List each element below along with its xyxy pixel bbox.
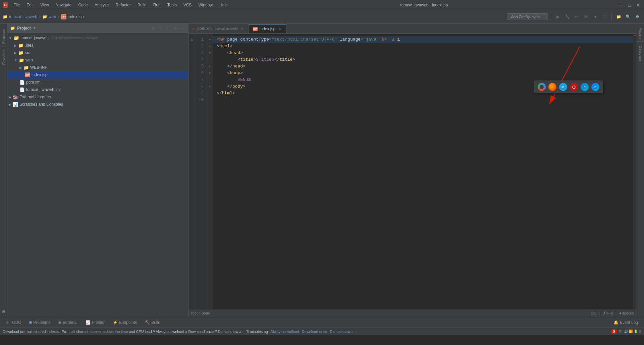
breadcrumb-file[interactable]: index.jsp bbox=[68, 14, 84, 19]
breadcrumb-web[interactable]: web bbox=[49, 14, 56, 19]
tree-item-idea[interactable]: ▶ 📁 .idea bbox=[7, 42, 188, 49]
editor-status-bar: root > page 1:1 | UTF-8 | 4 spaces bbox=[189, 309, 637, 317]
structure-tab[interactable]: Structure bbox=[0, 26, 7, 47]
terminal-tab[interactable]: ⊞ Terminal bbox=[55, 319, 81, 326]
breadcrumb-project[interactable]: tomcat-javaweb bbox=[9, 14, 37, 19]
menu-view[interactable]: View bbox=[38, 2, 52, 8]
profiler-tab[interactable]: 📈 Profiler bbox=[82, 319, 108, 326]
favorites-tab[interactable]: Favorites bbox=[0, 47, 7, 67]
tab-index-jsp[interactable]: JSP index.jsp ✕ bbox=[249, 24, 286, 33]
menu-tools[interactable]: Tools bbox=[165, 2, 179, 8]
tree-label-scratches: Scratches and Consoles bbox=[19, 102, 63, 107]
indent-indicator: 4 spaces bbox=[619, 311, 634, 315]
run-button[interactable]: ▶ bbox=[554, 13, 562, 21]
problems-tab[interactable]: Problems bbox=[26, 319, 54, 326]
tree-label-iml: tomcat-javaweb.iml bbox=[26, 87, 61, 92]
line-no-7: 7 bbox=[195, 77, 206, 83]
toolbar-sep bbox=[551, 13, 551, 20]
project-dropdown-icon[interactable]: ▼ bbox=[33, 26, 36, 30]
menu-window[interactable]: Window bbox=[196, 2, 215, 8]
chevron-down-icon-web: ▼ bbox=[14, 58, 17, 62]
fold-1[interactable]: ▼ bbox=[207, 36, 212, 43]
menu-vcs[interactable]: VCS bbox=[181, 2, 195, 8]
project-view-button[interactable]: 📁 bbox=[614, 13, 623, 21]
notification-dismiss[interactable]: Do not show a... bbox=[330, 330, 357, 334]
menu-file[interactable]: File bbox=[11, 2, 22, 8]
tree-label-idea: .idea bbox=[25, 43, 34, 48]
menu-analyze[interactable]: Analyze bbox=[92, 2, 112, 8]
database-panel-tab[interactable]: Database bbox=[637, 43, 644, 64]
tree-item-root[interactable]: ▼ 📁 tomcat-javaweb C:\Users\cfx\tomcat-j… bbox=[7, 34, 188, 42]
event-log-tab[interactable]: 🔔 Event Log bbox=[610, 319, 641, 326]
tree-item-src[interactable]: ▶ 📁 src bbox=[7, 49, 188, 56]
menu-code[interactable]: Code bbox=[75, 2, 91, 8]
code-line-4[interactable]: <title>$Title$</title> bbox=[213, 56, 633, 63]
notification-always-download[interactable]: Always download bbox=[271, 330, 299, 334]
maven-panel-tab[interactable]: Maven bbox=[637, 25, 644, 42]
tree-item-iml[interactable]: 📄 tomcat-javaweb.iml bbox=[7, 86, 188, 93]
chevron-down-icon: ▼ bbox=[9, 36, 12, 40]
close-button[interactable]: ✕ bbox=[635, 2, 641, 8]
tree-item-index-jsp[interactable]: JSP index.jsp bbox=[7, 71, 188, 79]
fold-5[interactable]: ▼ bbox=[207, 63, 212, 70]
tab-pom-xml[interactable]: m pom.xml (tomcat-javaweb) ✕ bbox=[189, 24, 249, 33]
edge-chromium-icon[interactable]: e bbox=[591, 83, 599, 91]
project-settings-icon[interactable]: ⚙ bbox=[172, 25, 178, 31]
tree-item-ext-libs[interactable]: ▶ 📚 External Libraries bbox=[7, 93, 188, 101]
tree-item-scratches[interactable]: ▶ 📊 Scratches and Consoles bbox=[7, 101, 188, 108]
settings-button[interactable]: ⚙ bbox=[633, 13, 641, 21]
left-tab-icon[interactable]: ⊕ bbox=[2, 309, 6, 314]
build-tab[interactable]: 🔨 Build bbox=[142, 319, 164, 326]
reload-button[interactable]: ⟳ bbox=[582, 13, 590, 21]
code-line-3[interactable]: <head> bbox=[213, 50, 633, 56]
code-line-2[interactable]: <html> bbox=[213, 43, 633, 50]
menu-help[interactable]: Help bbox=[217, 2, 230, 8]
code-line-6[interactable]: <body> bbox=[213, 70, 633, 77]
code-tag-body-end: body bbox=[232, 84, 243, 89]
fold-8[interactable]: ▼ bbox=[207, 83, 212, 90]
tab-index-close[interactable]: ✕ bbox=[277, 27, 282, 31]
code-jsp-tag-open: <%@ bbox=[217, 37, 224, 42]
firefox-browser-icon[interactable] bbox=[548, 83, 556, 91]
todo-tab[interactable]: ≡ TODO bbox=[3, 319, 24, 326]
code-line-1[interactable]: <%@ page contentType="text/html;charset=… bbox=[213, 36, 633, 43]
chrome-browser-icon[interactable] bbox=[538, 83, 546, 91]
code-line-5[interactable]: </head> bbox=[213, 63, 633, 70]
ie-browser-icon[interactable]: e bbox=[559, 83, 567, 91]
project-locate-icon[interactable]: ⊕ bbox=[150, 25, 156, 31]
menu-refactor[interactable]: Refactor bbox=[113, 2, 133, 8]
minimize-button[interactable]: ─ bbox=[618, 2, 624, 8]
add-config-button[interactable]: Add Configuration... bbox=[507, 13, 548, 20]
menu-build[interactable]: Build bbox=[135, 2, 149, 8]
tree-item-webinf[interactable]: ▶ 📁 WEB-INF bbox=[7, 64, 188, 71]
menu-edit[interactable]: Edit bbox=[24, 2, 36, 8]
tree-item-web[interactable]: ▼ 📁 web bbox=[7, 56, 188, 64]
fold-3[interactable]: ▼ bbox=[207, 50, 212, 56]
tab-pom-close[interactable]: ✕ bbox=[240, 26, 245, 31]
fold-6[interactable]: ▼ bbox=[207, 70, 212, 77]
code-eq1: = bbox=[269, 37, 272, 42]
menu-run[interactable]: Run bbox=[151, 2, 163, 8]
search-button[interactable]: 🔍 bbox=[624, 13, 632, 21]
stop-button[interactable]: ⬛ bbox=[601, 13, 609, 21]
opera-browser-icon[interactable]: O bbox=[570, 83, 578, 91]
dropdown-button[interactable]: ▼ bbox=[591, 13, 599, 21]
code-content[interactable]: <%@ page contentType="text/html;charset=… bbox=[213, 34, 633, 309]
edge-browser-icon[interactable]: e bbox=[581, 83, 589, 91]
endpoints-tab[interactable]: ⚡ Endpoints bbox=[109, 319, 140, 326]
maximize-button[interactable]: □ bbox=[627, 2, 633, 8]
notification-download-once[interactable]: Download once bbox=[302, 330, 327, 334]
build-button[interactable]: 🔧 bbox=[563, 13, 571, 21]
chevron-right-icon-src: ▶ bbox=[14, 51, 17, 55]
editor-scrollbar[interactable] bbox=[633, 34, 637, 309]
code-line-10[interactable] bbox=[213, 97, 633, 103]
revert-button[interactable]: ↩ bbox=[573, 13, 581, 21]
project-close-icon[interactable]: ─ bbox=[179, 25, 185, 31]
breadcrumb-sep2: > bbox=[57, 14, 60, 19]
tree-item-pom[interactable]: 📄 pom.xml bbox=[7, 79, 188, 86]
fold-2[interactable]: ▼ bbox=[207, 43, 212, 50]
project-sort-icon[interactable]: ↕ bbox=[165, 25, 171, 31]
code-tag-head: head bbox=[230, 50, 240, 55]
project-collapse-icon[interactable]: ≡ bbox=[157, 25, 163, 31]
menu-navigate[interactable]: Navigate bbox=[53, 2, 74, 8]
